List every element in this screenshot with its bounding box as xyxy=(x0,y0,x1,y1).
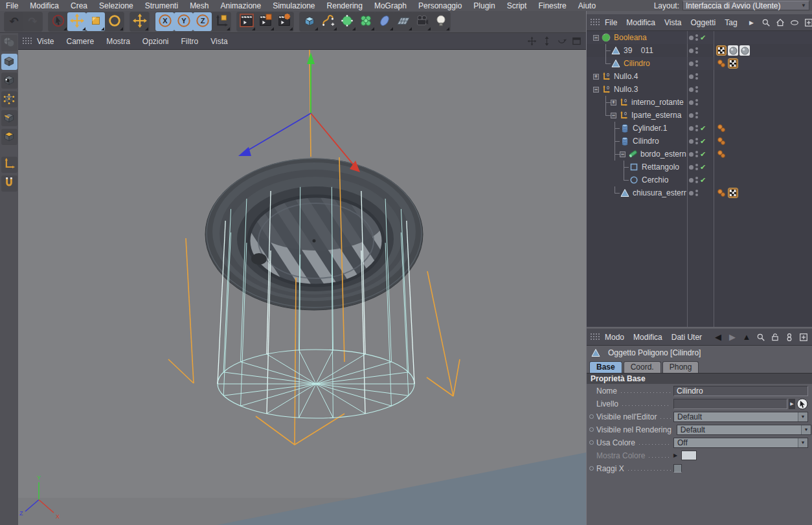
enable-check-icon[interactable]: ✔ xyxy=(700,150,708,159)
level-flyout-button[interactable]: ▶ xyxy=(789,399,795,409)
uvw-tag[interactable] xyxy=(728,58,738,69)
am-menu-modifica[interactable]: Modifica xyxy=(633,333,662,342)
add-floor-button[interactable] xyxy=(394,12,412,31)
usa-colore-dropdown[interactable]: Off ▼ xyxy=(673,438,808,448)
visibility-dots[interactable] xyxy=(686,44,713,57)
visibility-dots[interactable] xyxy=(686,96,713,109)
move-button[interactable] xyxy=(67,12,86,31)
object-row[interactable]: + 0Nullo.4 xyxy=(587,70,812,83)
animation-dot-icon[interactable] xyxy=(589,440,594,445)
visibility-dots[interactable]: ✔ xyxy=(686,122,713,135)
collapse-toggle[interactable]: − xyxy=(611,113,616,118)
visibility-dots[interactable] xyxy=(686,83,713,96)
maximize-view-icon[interactable] xyxy=(571,36,582,47)
object-row[interactable]: − bordo_esterno ✔ xyxy=(587,148,812,161)
phong-tag[interactable] xyxy=(716,149,727,159)
enable-check-icon[interactable]: ✔ xyxy=(700,137,708,146)
drag-handle-icon[interactable] xyxy=(590,333,600,341)
om-menu-file[interactable]: File xyxy=(605,18,617,27)
om-menu-tag[interactable]: Tag xyxy=(725,18,737,27)
menu-mograph[interactable]: MoGraph xyxy=(368,1,412,11)
menu-aiuto[interactable]: Aiuto xyxy=(572,1,602,11)
snap-button[interactable] xyxy=(1,175,17,192)
material-tag[interactable] xyxy=(728,45,738,56)
uvw-tag[interactable] xyxy=(728,188,738,198)
edge-mode-button[interactable] xyxy=(1,110,17,126)
visibility-dots[interactable]: ✔ xyxy=(686,148,713,161)
last-tool-button[interactable] xyxy=(130,12,149,31)
object-row[interactable]: − 0Nullo.3 xyxy=(587,83,812,96)
expand-toggle[interactable]: + xyxy=(611,100,616,106)
collapse-toggle[interactable]: − xyxy=(593,87,599,93)
animation-dot-icon[interactable] xyxy=(589,414,594,419)
object-row[interactable]: Cilindro ✔ xyxy=(587,135,812,148)
am-menu-dati-uter[interactable]: Dati Uter xyxy=(671,333,702,342)
viewport-menu-mostra[interactable]: Mostra xyxy=(106,37,138,46)
raggi-x-checkbox[interactable] xyxy=(673,464,682,473)
pick-object-icon[interactable] xyxy=(796,398,808,410)
viewport-menu-vista[interactable]: Vista xyxy=(210,37,235,46)
menu-modifica[interactable]: Modifica xyxy=(24,1,65,11)
menu-animazione[interactable]: Animazione xyxy=(214,1,267,11)
search-icon[interactable] xyxy=(761,17,771,28)
visibility-dots[interactable] xyxy=(686,109,713,122)
menu-plugin[interactable]: Plugin xyxy=(468,1,501,11)
undo-button[interactable]: ↶ xyxy=(5,12,23,31)
up-icon[interactable]: ▲ xyxy=(741,332,752,342)
lock-y-button[interactable]: Y xyxy=(174,12,193,31)
lock-icon[interactable] xyxy=(770,332,780,342)
object-row[interactable]: Cerchio ✔ xyxy=(587,173,812,186)
menu-mesh[interactable]: Mesh xyxy=(184,1,214,11)
animation-dot-icon[interactable] xyxy=(589,466,594,471)
menu-simulazione[interactable]: Simulazione xyxy=(267,1,321,11)
visibility-dots[interactable] xyxy=(686,186,713,199)
add-spline-button[interactable] xyxy=(319,12,337,31)
tab-base[interactable]: Base xyxy=(589,361,622,373)
make-editable-button[interactable] xyxy=(1,35,17,51)
rotate-button[interactable] xyxy=(105,12,124,31)
menu-personaggio[interactable]: Personaggio xyxy=(412,1,468,11)
menu-rendering[interactable]: Rendering xyxy=(321,1,368,11)
viewport-menu-camere[interactable]: Camere xyxy=(66,37,102,46)
livello-input[interactable] xyxy=(673,399,787,409)
flyout-arrow-icon[interactable]: ▶ xyxy=(673,452,677,458)
axis-mode-button[interactable] xyxy=(1,157,17,173)
point-mode-button[interactable] xyxy=(1,91,17,107)
visibility-dots[interactable]: ✔ xyxy=(686,31,713,44)
back-icon[interactable]: ◀ xyxy=(713,332,723,342)
enable-check-icon[interactable]: ✔ xyxy=(700,176,708,184)
animation-dot-icon[interactable] xyxy=(589,427,594,432)
render-settings-button[interactable] xyxy=(275,12,293,31)
flyout-icon[interactable]: ▶ xyxy=(747,17,757,28)
material-tag[interactable] xyxy=(739,45,750,56)
object-row[interactable]: chiusura_esterna xyxy=(587,186,812,199)
menu-selezione[interactable]: Selezione xyxy=(93,1,139,11)
render-picture-viewer-button[interactable] xyxy=(256,12,275,31)
color-swatch[interactable] xyxy=(681,451,697,460)
menu-file[interactable]: File xyxy=(0,1,24,11)
visibility-dots[interactable] xyxy=(686,70,713,83)
object-row[interactable]: Cylinder.1 ✔ xyxy=(587,122,812,135)
add-panel-icon[interactable] xyxy=(804,17,812,28)
lock-z-button[interactable]: Z xyxy=(193,12,212,31)
phong-tag[interactable] xyxy=(716,188,727,198)
lock-x-button[interactable]: X xyxy=(155,12,174,31)
menu-crea[interactable]: Crea xyxy=(65,1,93,11)
layout-select[interactable]: Interfaccia di Avvio (Utente) ▼ xyxy=(682,1,809,10)
search-icon[interactable] xyxy=(756,332,766,342)
collapse-toggle[interactable]: − xyxy=(593,35,599,41)
object-row[interactable]: 39 011 xyxy=(587,44,812,57)
tab-phong[interactable]: Phong xyxy=(662,361,699,373)
visibility-dots[interactable]: ✔ xyxy=(686,161,713,173)
add-deformer-button[interactable] xyxy=(375,12,394,31)
phong-tag[interactable] xyxy=(716,123,727,133)
scale-button[interactable] xyxy=(86,12,105,31)
visibile-nell-editor-dropdown[interactable]: Default ▼ xyxy=(673,412,808,422)
visibility-dots[interactable] xyxy=(686,57,713,70)
object-row[interactable]: Rettangolo ✔ xyxy=(587,161,812,173)
drag-handle-icon[interactable] xyxy=(590,18,600,27)
redo-button[interactable]: ↷ xyxy=(23,12,42,31)
expand-toggle[interactable]: + xyxy=(593,74,599,80)
om-menu-oggetti[interactable]: Oggetti xyxy=(691,18,716,27)
collapse-toggle[interactable]: − xyxy=(620,151,626,157)
